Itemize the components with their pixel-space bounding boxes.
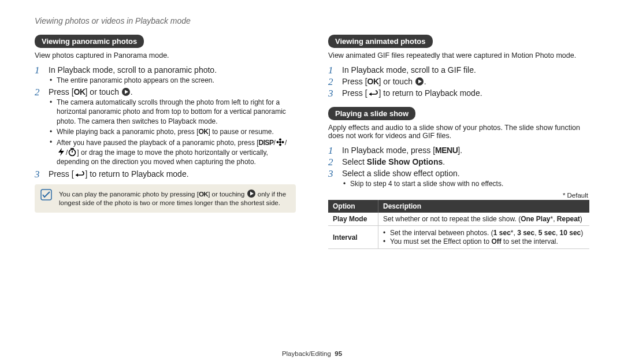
step-1-bullet: The entire panoramic photo appears on th…: [50, 76, 296, 85]
t: *,: [551, 215, 557, 223]
step-3-bullet: Skip to step 4 to start a slide show wit…: [343, 179, 589, 188]
t: Repeat: [557, 215, 580, 223]
col-header-description: Description: [378, 200, 590, 213]
text-b: ] to return to Playback mode.: [86, 169, 189, 179]
menu-glyph: MENU: [435, 146, 458, 155]
text-b: ] or touch: [379, 77, 415, 86]
step-3: Press [] to return to Playback mode.: [35, 169, 296, 179]
t: 10 sec: [560, 229, 581, 237]
opt-desc: Set whether or not to repeat the slide s…: [378, 213, 590, 226]
section-heading-slideshow: Playing a slide show: [328, 107, 415, 120]
play-icon: [247, 189, 256, 198]
t: Set whether or not to repeat the slide s…: [383, 215, 521, 223]
t: 5 sec: [538, 229, 556, 237]
steps-slideshow: In Playback mode, press [MENU]. Select S…: [328, 146, 589, 188]
manual-page: Viewing photos or videos in Playback mod…: [0, 0, 624, 364]
text-a: Select: [342, 157, 367, 166]
note-icon: [40, 189, 52, 200]
flash-icon: [57, 147, 66, 157]
section-heading-animated: Viewing animated photos: [328, 35, 433, 48]
t: One Play: [521, 215, 550, 223]
t: ): [580, 215, 582, 223]
step-2: Press [OK] or touch . The camera automat…: [35, 87, 296, 166]
step-2: Press [OK] or touch .: [328, 77, 589, 86]
t: You must set the Effect option to: [390, 237, 491, 246]
t: Off: [491, 237, 501, 246]
text-c: .: [443, 157, 445, 166]
macro-icon: [276, 138, 285, 147]
text-a: Press [: [342, 77, 367, 86]
section-intro: View animated GIF files repeatedly that …: [328, 51, 589, 60]
left-column: Viewing panoramic photos View photos cap…: [35, 35, 296, 350]
step-2-bullet-2: While playing back a panoramic photo, pr…: [50, 127, 296, 136]
step-1: In Playback mode, press [MENU].: [328, 146, 589, 155]
step-2-bullet-3: After you have paused the playback of a …: [50, 138, 296, 167]
t: Set the interval between photos. (: [390, 229, 493, 237]
steps-animated: In Playback mode, scroll to a GIF file. …: [328, 65, 589, 98]
note-text-b: ] or touching: [208, 191, 246, 198]
step-1: In Playback mode, scroll to a panoramic …: [35, 65, 296, 85]
ok-glyph: OK: [74, 87, 86, 96]
footer-section: Playback/Editing: [282, 350, 331, 357]
section-heading-panoramic: Viewing panoramic photos: [35, 35, 144, 48]
options-table: Option Description Play Mode Set whether…: [328, 200, 589, 249]
text-b: ] or drag the image to move the photo ho…: [57, 148, 268, 166]
table-row: Interval Set the interval between photos…: [328, 226, 589, 249]
back-icon: [74, 170, 86, 179]
text-a: After you have paused the playback of a …: [57, 139, 259, 147]
back-icon: [367, 89, 379, 98]
t: ): [581, 229, 583, 237]
cell-line-2: You must set the Effect option to Off to…: [383, 237, 585, 246]
opt-name: Play Mode: [328, 213, 378, 226]
t: 1 sec: [493, 229, 511, 237]
note-text-a: You can play the panoramic photo by pres…: [59, 191, 199, 198]
t: ,: [556, 229, 560, 237]
opt-name: Interval: [328, 226, 378, 249]
text-a: While playing back a panoramic photo, pr…: [57, 128, 198, 136]
text-b: ].: [458, 146, 462, 155]
default-label: * Default: [328, 192, 588, 199]
ok-glyph: OK: [367, 77, 379, 86]
text-a: Press [: [342, 88, 367, 98]
text-a: Press [: [49, 169, 74, 179]
text-c: .: [424, 77, 426, 86]
page-title: Viewing photos or videos in Playback mod…: [35, 16, 589, 25]
text-b: ] to pause or resume.: [208, 128, 273, 136]
right-column: Viewing animated photos View animated GI…: [328, 35, 589, 350]
t: *,: [511, 229, 517, 237]
step-text: In Playback mode, scroll to a panoramic …: [49, 65, 217, 75]
play-icon: [121, 87, 131, 96]
timer-icon: [68, 147, 77, 157]
step-text-part-c: .: [131, 87, 133, 96]
step-3: Press [] to return to Playback mode.: [328, 88, 589, 98]
opt-desc: Set the interval between photos. (1 sec*…: [378, 226, 590, 249]
step-2: Select Slide Show Options.: [328, 157, 589, 166]
step-text-part-b: ] or touch: [86, 87, 121, 96]
section-intro: View photos captured in Panorama mode.: [35, 51, 296, 60]
step-3: Select a slide show effect option. Skip …: [328, 169, 589, 188]
disp-glyph: DISP: [259, 139, 274, 147]
play-icon: [415, 77, 424, 86]
step-1: In Playback mode, scroll to a GIF file.: [328, 65, 589, 75]
steps-panoramic: In Playback mode, scroll to a panoramic …: [35, 65, 296, 179]
note-box: You can play the panoramic photo by pres…: [35, 184, 296, 213]
text-a: In Playback mode, press [: [342, 146, 435, 155]
ok-glyph: OK: [199, 191, 208, 198]
footer-page-number: 95: [335, 350, 342, 357]
step-text: In Playback mode, scroll to a GIF file.: [342, 65, 476, 75]
t: 3 sec: [517, 229, 534, 237]
cell-line-1: Set the interval between photos. (1 sec*…: [383, 229, 585, 237]
col-header-option: Option: [328, 200, 378, 213]
step-text-part-a: Press [: [49, 87, 74, 96]
ok-glyph: OK: [198, 128, 208, 136]
slide-show-options-label: Slide Show Options: [367, 157, 443, 166]
t: ,: [534, 229, 538, 237]
page-footer: Playback/Editing 95: [35, 350, 589, 357]
t: to set the interval.: [502, 237, 558, 246]
slash: /: [285, 139, 287, 147]
step-text: Select a slide show effect option.: [342, 169, 460, 178]
step-2-bullet-1: The camera automatically scrolls through…: [50, 98, 296, 126]
table-row: Play Mode Set whether or not to repeat t…: [328, 213, 589, 226]
section-intro: Apply effects and audio to a slide show …: [328, 124, 589, 140]
text-b: ] to return to Playback mode.: [379, 88, 482, 98]
